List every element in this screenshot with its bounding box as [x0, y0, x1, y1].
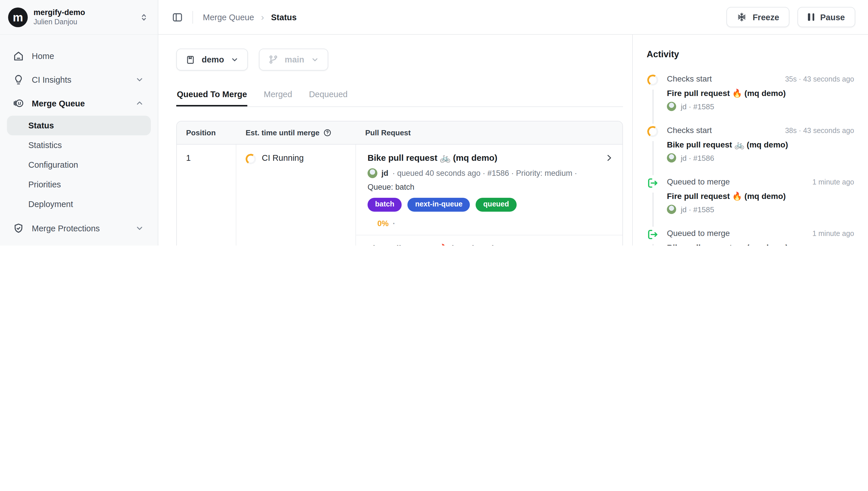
- sidebar-item-deployment[interactable]: Deployment: [7, 194, 151, 214]
- sidebar-item-ci-insights[interactable]: CI Insights: [7, 68, 151, 91]
- event-time: 35s · 43 seconds ago: [785, 75, 854, 83]
- app-root: m mergify-demo Julien Danjou Home CI Ins…: [0, 0, 868, 246]
- ci-running-label: CI Running: [262, 153, 304, 163]
- chevron-down-icon: [230, 56, 238, 64]
- merge-queue-submenu: Status Statistics Configuration Prioriti…: [7, 116, 151, 214]
- sidebar-item-statistics[interactable]: Statistics: [7, 135, 151, 155]
- event-pr-link[interactable]: Fire pull request 🔥 (mq demo): [667, 192, 854, 201]
- activity-event: Queued to merge1 minute ago Fire pull re…: [647, 177, 854, 228]
- sidebar-item-workflow-automation[interactable]: Workflow Automation: [7, 240, 151, 246]
- repository-icon: [186, 55, 195, 64]
- sidebar-item-label: Merge Protections: [32, 224, 100, 233]
- tab-dequeued[interactable]: Dequeued: [308, 90, 348, 107]
- table-header: Position Est. time until merge Pull Requ…: [177, 121, 622, 145]
- badge-queued: queued: [476, 198, 517, 211]
- chevron-up-down-icon[interactable]: [137, 11, 150, 23]
- home-icon: [12, 50, 24, 62]
- sidebar-item-merge-protections[interactable]: Merge Protections: [7, 216, 151, 240]
- freeze-button[interactable]: Freeze: [727, 7, 790, 27]
- sidebar-item-label: CI Insights: [32, 75, 71, 84]
- pause-icon: [808, 13, 814, 21]
- column-pull-request: Pull Request: [356, 121, 622, 144]
- event-time: 1 minute ago: [812, 230, 854, 238]
- pause-button[interactable]: Pause: [798, 7, 855, 27]
- pull-request-cell: Bike pull request 🚲 (mq demo) jd · queue…: [356, 145, 622, 246]
- sidebar-item-status[interactable]: Status: [7, 116, 151, 135]
- event-ref: jd · #1586: [681, 153, 714, 162]
- queue-content: demo main Queued To Merge Merged Dequeue…: [158, 35, 632, 246]
- badge-batch: batch: [368, 198, 402, 211]
- queue-tabs: Queued To Merge Merged Dequeued: [176, 90, 623, 107]
- activity-event: Checks start35s · 43 seconds ago Fire pu…: [647, 74, 854, 125]
- sidebar: m mergify-demo Julien Danjou Home CI Ins…: [0, 0, 158, 246]
- topbar: Merge Queue › Status Freeze Pause: [158, 0, 868, 35]
- breadcrumb-current: Status: [271, 12, 297, 22]
- event-title: Queued to merge: [667, 177, 730, 186]
- org-names: mergify-demo Julien Danjou: [33, 8, 137, 26]
- org-name: mergify-demo: [33, 8, 137, 17]
- queue-filters: demo main: [176, 49, 623, 70]
- merge-queue-icon: [12, 97, 24, 109]
- event-pr-link[interactable]: Bike pull request 🚲 (mq demo): [667, 140, 854, 149]
- org-user: Julien Danjou: [33, 18, 137, 26]
- event-pr-link[interactable]: Fire pull request 🔥 (mq demo): [667, 88, 854, 98]
- sidebar-item-merge-queue[interactable]: Merge Queue: [7, 91, 151, 115]
- content-row: demo main Queued To Merge Merged Dequeue…: [158, 35, 868, 246]
- chevron-right-icon[interactable]: [604, 153, 614, 163]
- pr-progress-separator: ·: [393, 219, 395, 228]
- timeline-connector: [652, 141, 653, 175]
- help-circle-icon[interactable]: [323, 128, 332, 137]
- chevron-down-icon: [311, 56, 319, 64]
- column-position: Position: [177, 121, 236, 144]
- pr-progress: 0% ·: [377, 219, 611, 228]
- queue-table: Position Est. time until merge Pull Requ…: [176, 121, 623, 246]
- activity-panel: Activity Checks start35s · 43 seconds ag…: [632, 35, 868, 246]
- org-switcher[interactable]: m mergify-demo Julien Danjou: [0, 0, 158, 35]
- chevron-down-icon: [133, 222, 146, 234]
- sidebar-item-priorities[interactable]: Priorities: [7, 175, 151, 194]
- repository-value: demo: [202, 55, 224, 64]
- event-title: Queued to merge: [667, 228, 730, 238]
- avatar: [667, 153, 676, 163]
- main-column: Merge Queue › Status Freeze Pause: [158, 0, 868, 246]
- avatar: [667, 205, 676, 214]
- queued-to-merge-icon: [647, 228, 659, 240]
- chevron-up-icon: [133, 97, 146, 109]
- timeline-connector: [652, 244, 653, 246]
- pr-title[interactable]: Fire pull request 🔥 (mq demo): [368, 243, 611, 246]
- chevron-right-icon[interactable]: [604, 244, 614, 246]
- repository-select[interactable]: demo: [176, 49, 248, 70]
- pull-request-entry[interactable]: Bike pull request 🚲 (mq demo) jd · queue…: [356, 145, 622, 234]
- pr-queue-label: Queue: batch: [368, 183, 611, 192]
- pr-meta-text: · queued 40 seconds ago · #1586 · Priori…: [393, 169, 577, 177]
- tab-merged[interactable]: Merged: [263, 90, 293, 107]
- ci-running-spinner-icon: [245, 153, 257, 165]
- sidebar-toggle-icon[interactable]: [170, 9, 185, 25]
- branch-icon: [268, 54, 278, 65]
- pull-request-entry[interactable]: Fire pull request 🔥 (mq demo) jd · queue…: [356, 234, 622, 246]
- branch-select[interactable]: main: [258, 49, 328, 70]
- event-title: Checks start: [667, 125, 712, 135]
- sidebar-item-configuration[interactable]: Configuration: [7, 155, 151, 175]
- pr-meta: jd · queued 40 seconds ago · #1586 · Pri…: [368, 168, 611, 178]
- est-time-cell: CI Running: [236, 145, 356, 246]
- breadcrumb-parent[interactable]: Merge Queue: [203, 12, 254, 22]
- snowflake-icon: [737, 12, 747, 22]
- activity-title: Activity: [647, 49, 854, 60]
- event-time: 1 minute ago: [812, 178, 854, 186]
- pr-title[interactable]: Bike pull request 🚲 (mq demo): [368, 153, 611, 163]
- topbar-divider: [192, 11, 193, 23]
- pr-badges: batch next-in-queue queued: [368, 198, 611, 211]
- avatar: [667, 102, 676, 111]
- avatar: [368, 168, 377, 178]
- sidebar-nav: Home CI Insights Merge Queue Status Stat…: [0, 35, 158, 246]
- queued-to-merge-icon: [647, 177, 659, 189]
- breadcrumb-separator: ›: [261, 12, 264, 22]
- topbar-actions: Freeze Pause: [727, 7, 855, 27]
- tab-queued-to-merge[interactable]: Queued To Merge: [176, 90, 248, 107]
- sidebar-item-home[interactable]: Home: [7, 44, 151, 68]
- event-pr-link[interactable]: Bike pull request 🚲 (mq demo): [667, 243, 854, 246]
- column-est-time: Est. time until merge: [236, 121, 356, 144]
- activity-event: Queued to merge1 minute ago Bike pull re…: [647, 228, 854, 246]
- spinner-icon: [647, 74, 659, 86]
